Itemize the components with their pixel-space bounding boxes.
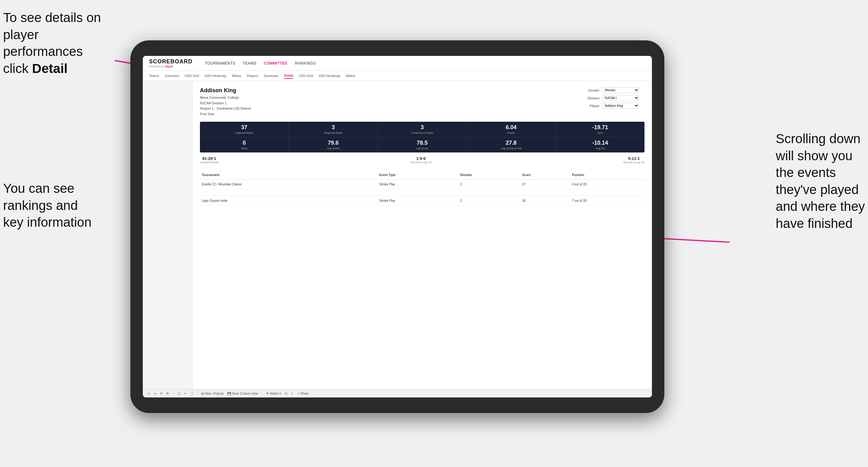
- subnav-teams[interactable]: Teams: [149, 73, 159, 79]
- record-top25: 1-5-0 Record vs top 25: [410, 156, 432, 164]
- player-info: Addison King Mesa Community College NJCA…: [200, 87, 251, 117]
- position-3: 7 out of 20: [570, 196, 645, 206]
- stat-sos-label: SoS: [558, 131, 643, 134]
- stat-adj-score: 78.5 Adj Score: [378, 137, 467, 152]
- subnav-h2hheatmap2[interactable]: H2H Heatmap: [319, 73, 341, 79]
- stat-wins: 0 Wins: [200, 137, 289, 152]
- nav-rankings[interactable]: RANKINGS: [295, 60, 316, 67]
- tournament-name-1: Estella CC- Mountain Classic: [200, 180, 377, 189]
- expand-button[interactable]: ⤢: [291, 392, 293, 395]
- undo-button[interactable]: ↩: [148, 392, 150, 395]
- subnav-h2hgrid[interactable]: H2H Grid: [185, 73, 199, 79]
- subnav-detail[interactable]: Detail: [284, 73, 293, 79]
- copy-button[interactable]: ⧉: [166, 392, 168, 395]
- record-top50-value: 5-11-1: [623, 156, 645, 161]
- watch-icon: 👁: [266, 392, 269, 395]
- record-top25-label: Record vs top 25: [410, 161, 432, 164]
- share-button[interactable]: ↗ Share: [297, 392, 309, 395]
- stat-national-rank-value: 37: [202, 124, 287, 131]
- stat-avg-sg: -10.14 Avg SG: [556, 137, 645, 152]
- table-row: [200, 189, 645, 196]
- screen-button[interactable]: ⊡: [285, 392, 287, 395]
- score-2: [520, 189, 570, 196]
- annotation-bl3: key information: [3, 215, 92, 229]
- stat-national-rank-label: National Rank: [202, 131, 287, 134]
- record-top25-value: 1-5-0: [410, 156, 432, 161]
- clock-button[interactable]: 🕐: [190, 392, 193, 395]
- player-select[interactable]: Addison King: [602, 103, 639, 109]
- position-1: 4 out of 20: [570, 180, 645, 189]
- score-1: 17: [520, 180, 570, 189]
- player-controls: Gender Women Men Division NJCAA I NJCAA …: [582, 87, 645, 109]
- share-icon: ↗: [297, 392, 300, 395]
- annotation-bold: Detail: [32, 61, 67, 76]
- zoom-level: ◻: [178, 392, 180, 395]
- subnav-summary[interactable]: Summary: [164, 73, 179, 79]
- annotation-r5: and where they: [776, 199, 865, 214]
- save-custom-view-button[interactable]: 💾 Save Custom View: [227, 392, 258, 395]
- nav-committee[interactable]: COMMITTEE: [264, 60, 288, 67]
- nav-tournaments[interactable]: TOURNAMENTS: [205, 60, 235, 67]
- stat-adj-score-label: Adj Score: [380, 147, 465, 150]
- player-name: Addison King: [200, 87, 251, 94]
- annotation-line1: To see details on: [3, 10, 101, 25]
- tournament-name-2: [200, 189, 377, 196]
- watch-label: Watch: [270, 392, 279, 395]
- subnav-matrix[interactable]: Matrix: [232, 73, 241, 79]
- logo-scoreboard: SCOREBOARD: [149, 58, 192, 65]
- stats-row-1: 37 National Rank 3 Regional Rank 3 Confe…: [200, 122, 645, 137]
- main-content: Addison King Mesa Community College NJCA…: [192, 81, 652, 389]
- player-college: Mesa Community College: [200, 95, 251, 101]
- table-header-row: Tournament Event Type Rounds Score Posit…: [200, 171, 645, 180]
- stat-conference-rank-label: Conference Rank: [380, 131, 465, 134]
- plus-button[interactable]: +: [184, 392, 186, 395]
- stat-sos: -19.71 SoS: [556, 122, 645, 137]
- division-control: Division NJCAA I NJCAA II: [582, 95, 645, 101]
- record-overall: 91-20-1 Overall Record: [200, 156, 219, 164]
- player-region: Region 1 - Southwest (18) District: [200, 106, 251, 112]
- watch-button[interactable]: 👁 Watch ▾: [266, 392, 281, 395]
- gender-select[interactable]: Women Men: [602, 87, 639, 93]
- nav-items: TOURNAMENTS TEAMS COMMITTEE RANKINGS: [205, 60, 316, 67]
- division-label: Division: [582, 96, 599, 100]
- record-top50-label: Record vs top 50: [623, 161, 645, 164]
- gender-control: Gender Women Men: [582, 87, 645, 93]
- rounds-2: [459, 189, 520, 196]
- tablet-frame: SCOREBOARD Powered by clippd TOURNAMENTS…: [130, 40, 664, 413]
- subnav-matrix2[interactable]: Matrix: [346, 73, 355, 79]
- share-label: Share: [301, 392, 309, 395]
- stat-adj-score-value: 78.5: [380, 140, 465, 146]
- nav-teams[interactable]: TEAMS: [243, 60, 256, 67]
- score-3: 16: [520, 196, 570, 206]
- division-select[interactable]: NJCAA I NJCAA II: [602, 95, 639, 101]
- bottom-toolbar: ↩ ↪ ⟳ ⧉ − ◻ + 🕐 ⊞ View: Original 💾 Save …: [143, 389, 652, 398]
- annotation-r3: the events: [776, 165, 836, 180]
- col-event-type: Event Type: [377, 171, 459, 180]
- record-overall-label: Overall Record: [200, 161, 219, 164]
- annotation-top-left: To see details on player performances cl…: [3, 9, 115, 77]
- stat-wins-label: Wins: [202, 147, 287, 150]
- stat-points-value: 6.04: [469, 124, 554, 131]
- rounds-1: 2: [459, 180, 520, 189]
- redo-button[interactable]: ↪: [154, 392, 156, 395]
- view-original-button[interactable]: ⊞ View: Original: [201, 392, 224, 395]
- record-top50: 5-11-1 Record vs top 50: [623, 156, 645, 164]
- stat-avg-score-par: 27.8 Avg Score to Par: [467, 137, 556, 152]
- stat-regional-rank: 3 Regional Rank: [289, 122, 378, 137]
- table-header: Tournament Event Type Rounds Score Posit…: [200, 171, 645, 180]
- minus-button[interactable]: −: [172, 392, 174, 395]
- tablet-screen: SCOREBOARD Powered by clippd TOURNAMENTS…: [143, 56, 652, 398]
- subnav-players[interactable]: Players: [247, 73, 258, 79]
- subnav-summary2[interactable]: Summary: [264, 73, 278, 79]
- stat-avg-score: 79.6 Avg Score: [289, 137, 378, 152]
- refresh-button[interactable]: ⟳: [160, 392, 163, 395]
- annotation-right: Scrolling down will show you the events …: [776, 130, 865, 232]
- view-icon: ⊞: [201, 392, 204, 395]
- subnav-h2hheatmap[interactable]: H2H Heatmap: [205, 73, 226, 79]
- subnav-h2hgrid2[interactable]: H2H Grid: [299, 73, 313, 79]
- logo-area: SCOREBOARD Powered by clippd: [149, 58, 192, 68]
- toolbar-divider: [197, 391, 197, 396]
- stat-conference-rank-value: 3: [380, 124, 465, 131]
- annotation-r1: Scrolling down: [776, 131, 861, 146]
- top-nav: SCOREBOARD Powered by clippd TOURNAMENTS…: [143, 56, 652, 71]
